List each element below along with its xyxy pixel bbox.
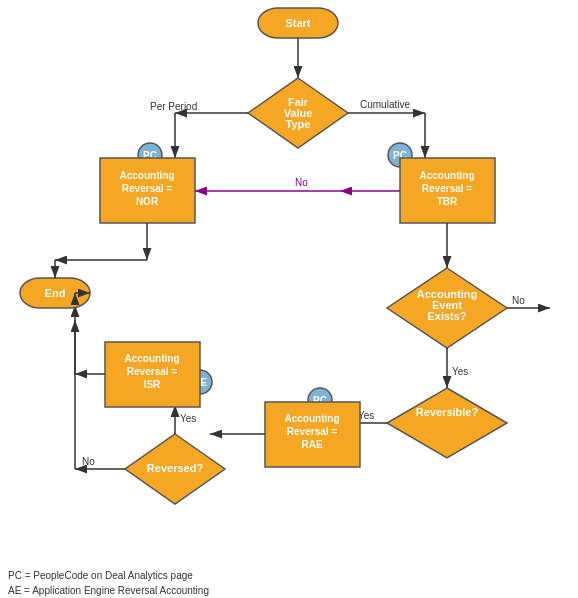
nor-label-1: Accounting (120, 170, 175, 181)
reversed-label: Reversed? (147, 462, 204, 474)
rae-label-3: RAE (301, 439, 322, 450)
ae-exists-label-3: Exists? (427, 310, 466, 322)
reversible-node (387, 388, 507, 458)
yes-label-ae: Yes (452, 366, 468, 377)
tbr-label-3: TBR (437, 196, 458, 207)
nor-label-2: Reversal = (122, 183, 172, 194)
start-label: Start (285, 17, 310, 29)
rae-label-1: Accounting (285, 413, 340, 424)
legend-line-1: PC = PeopleCode on Deal Analytics page (8, 568, 209, 583)
yes-label-reversed: Yes (180, 413, 196, 424)
rae-label-2: Reversal = (287, 426, 337, 437)
per-period-label: Per Period (150, 101, 197, 112)
cumulative-label: Cumulative (360, 99, 410, 110)
legend-line-2: AE = Application Engine Reversal Account… (8, 583, 209, 598)
tbr-label-1: Accounting (420, 170, 475, 181)
no-label-tbr-nor: No (295, 177, 308, 188)
isr-label-3: ISR (144, 379, 161, 390)
isr-label-2: Reversal = (127, 366, 177, 377)
no-label-reversed: No (82, 456, 95, 467)
end-label: End (45, 287, 66, 299)
reversible-label-1: Reversible? (416, 406, 479, 418)
flowchart-diagram: Start Fair Value Type Per Period Cumulat… (0, 0, 578, 560)
fair-value-type-label-3: Type (286, 118, 311, 130)
isr-label-1: Accounting (125, 353, 180, 364)
nor-label-3: NOR (136, 196, 159, 207)
legend: PC = PeopleCode on Deal Analytics page A… (8, 568, 209, 598)
no-label-ae: No (512, 295, 525, 306)
tbr-label-2: Reversal = (422, 183, 472, 194)
